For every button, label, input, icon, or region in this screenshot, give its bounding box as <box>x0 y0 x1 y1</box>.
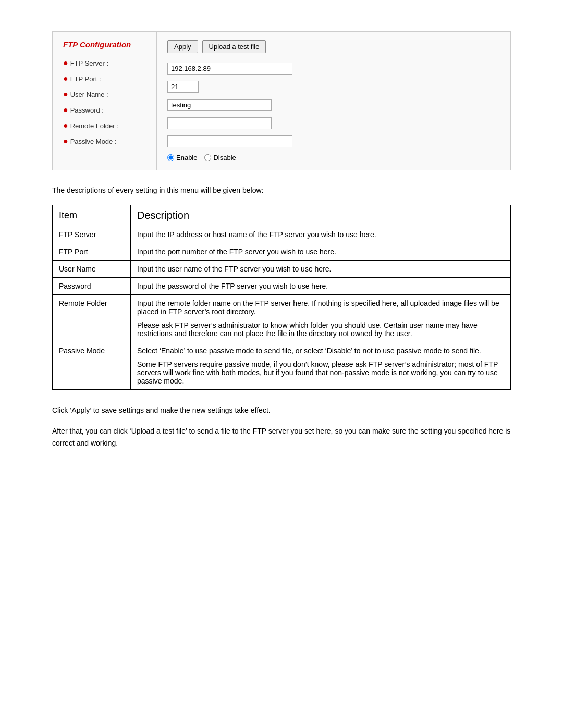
table-cell-desc-2: Input the user name of the FTP server yo… <box>131 261 511 278</box>
table-header-item: Item <box>53 205 131 226</box>
bullet-icon-server: ● <box>63 58 68 68</box>
disable-radio-label[interactable]: Disable <box>204 154 236 162</box>
table-row: Passive ModeSelect ‘Enable’ to use passi… <box>53 342 511 390</box>
table-row: User NameInput the user name of the FTP … <box>53 261 511 278</box>
description-intro: The descriptions of every setting in thi… <box>52 186 511 194</box>
table-row: FTP PortInput the port number of the FTP… <box>53 243 511 261</box>
enable-label: Enable <box>176 154 197 162</box>
ftp-port-label: FTP Port : <box>70 75 101 83</box>
ftp-config-panel: FTP Configuration ● FTP Server : ● FTP P… <box>52 31 511 170</box>
table-cell-desc-0: Input the IP address or host name of the… <box>131 226 511 243</box>
passive-mode-row: Enable Disable <box>167 154 500 162</box>
ftp-port-label-row: ● FTP Port : <box>63 74 146 83</box>
ftp-port-input-row <box>167 81 500 93</box>
ftp-password-input[interactable] <box>167 117 272 129</box>
ftp-username-input-row <box>167 99 500 111</box>
bullet-icon-username: ● <box>63 90 68 99</box>
ftp-labels-column: FTP Configuration ● FTP Server : ● FTP P… <box>53 32 157 170</box>
ftp-server-input-row <box>167 63 500 75</box>
table-header-row: Item Description <box>53 205 511 226</box>
table-header-desc: Description <box>131 205 511 226</box>
ftp-username-input[interactable] <box>167 99 272 111</box>
table-cell-item-0: FTP Server <box>53 226 131 243</box>
footer-text-2: After that, you can click ‘Upload a test… <box>52 425 511 449</box>
apply-button[interactable]: Apply <box>167 40 198 53</box>
disable-radio[interactable] <box>204 154 211 161</box>
table-cell-desc-4: Input the remote folder name on the FTP … <box>131 295 511 342</box>
ftp-server-label: FTP Server : <box>70 59 108 67</box>
bullet-icon-password: ● <box>63 105 68 115</box>
table-cell-desc-5: Select ‘Enable’ to use passive mode to s… <box>131 342 511 390</box>
ftp-inputs-column: Apply Upload a test file Enable <box>157 32 510 170</box>
ftp-passivemode-label-row: ● Passive Mode : <box>63 137 146 146</box>
ftp-password-input-row <box>167 117 500 129</box>
table-cell-desc-1: Input the port number of the FTP server … <box>131 243 511 261</box>
table-cell-item-4: Remote Folder <box>53 295 131 342</box>
table-row: Remote FolderInput the remote folder nam… <box>53 295 511 342</box>
ftp-config-title: FTP Configuration <box>63 40 146 49</box>
bullet-icon-passivemode: ● <box>63 137 68 146</box>
ftp-port-input[interactable] <box>167 81 199 93</box>
ftp-server-input[interactable] <box>167 63 292 75</box>
table-cell-item-1: FTP Port <box>53 243 131 261</box>
table-cell-item-3: Password <box>53 278 131 295</box>
table-row: PasswordInput the password of the FTP se… <box>53 278 511 295</box>
table-cell-desc-3: Input the password of the FTP server you… <box>131 278 511 295</box>
enable-radio-label[interactable]: Enable <box>167 154 197 162</box>
ftp-remotefolder-label: Remote Folder : <box>70 122 119 130</box>
upload-test-button[interactable]: Upload a test file <box>202 40 266 53</box>
ftp-username-label: User Name : <box>70 91 108 98</box>
ftp-buttons-row: Apply Upload a test file <box>167 40 500 53</box>
enable-radio[interactable] <box>167 154 174 161</box>
table-row: FTP ServerInput the IP address or host n… <box>53 226 511 243</box>
ftp-remotefolder-input-row <box>167 135 500 147</box>
bullet-icon-remotefolder: ● <box>63 121 68 130</box>
ftp-username-label-row: ● User Name : <box>63 90 146 99</box>
table-cell-item-2: User Name <box>53 261 131 278</box>
description-table: Item Description FTP ServerInput the IP … <box>52 205 511 390</box>
ftp-server-label-row: ● FTP Server : <box>63 58 146 68</box>
ftp-passivemode-label: Passive Mode : <box>70 138 117 145</box>
table-cell-item-5: Passive Mode <box>53 342 131 390</box>
disable-label: Disable <box>213 154 236 162</box>
footer-text-1: Click ‘Apply’ to save settings and make … <box>52 404 511 416</box>
bullet-icon-port: ● <box>63 74 68 83</box>
ftp-password-label-row: ● Password : <box>63 105 146 115</box>
ftp-remotefolder-input[interactable] <box>167 135 292 147</box>
ftp-password-label: Password : <box>70 106 104 114</box>
ftp-remotefolder-label-row: ● Remote Folder : <box>63 121 146 130</box>
